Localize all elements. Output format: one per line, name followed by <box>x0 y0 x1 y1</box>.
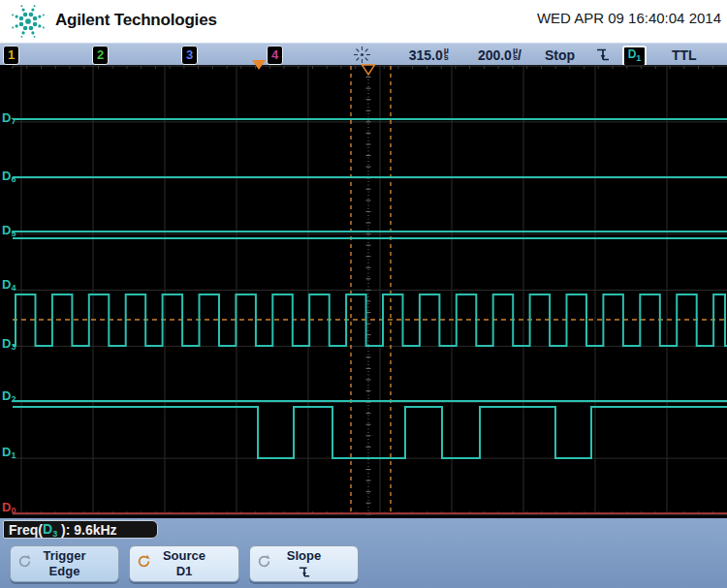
softkey-slope[interactable]: Slope <box>249 545 359 582</box>
rotate-knob-icon <box>137 554 151 569</box>
rotate-knob-icon <box>17 554 32 569</box>
agilent-logo-icon <box>8 2 48 41</box>
header: Agilent Technologies WED APR 09 16:40:04… <box>0 0 727 43</box>
softkey-label: Slope <box>287 548 321 564</box>
softkey-label: Trigger <box>43 548 85 564</box>
brand-title: Agilent Technologies <box>55 11 217 30</box>
datetime: WED APR 09 16:40:04 2014 <box>537 10 721 26</box>
softkey-trigger[interactable]: Trigger Edge <box>10 545 119 582</box>
softkey-value: D1 <box>176 564 193 579</box>
rotate-knob-icon <box>257 554 271 569</box>
frequency-measurement: Freq(D3 ): 9.6kHz <box>3 520 158 539</box>
oscilloscope-screen: Agilent Technologies WED APR 09 16:40:04… <box>0 0 727 588</box>
softkey-value: Edge <box>49 564 80 579</box>
softkey-source[interactable]: Source D1 <box>129 545 239 582</box>
softkey-label: Source <box>163 548 205 564</box>
graticule-background <box>0 65 727 518</box>
waveform-display: D7D6D5D4D3D2D1D0 <box>0 58 727 518</box>
bottom-bar: Freq(D3 ): 9.6kHz Trigger Edge Source D1 <box>0 518 727 588</box>
falling-edge-icon <box>299 565 310 579</box>
